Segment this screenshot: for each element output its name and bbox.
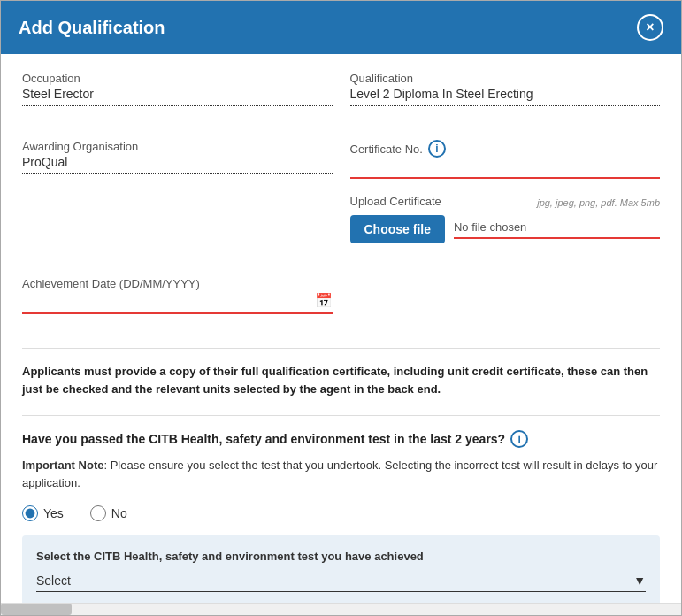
occupation-label: Occupation: [22, 72, 333, 85]
important-note: Important Note: Please ensure you select…: [22, 457, 660, 491]
select-section: Select the CITB Health, safety and envir…: [22, 535, 660, 603]
upload-hint: jpg, jpeg, png, pdf. Max 5mb: [537, 197, 660, 208]
horizontal-scrollbar[interactable]: [1, 603, 681, 615]
yes-label: Yes: [43, 506, 64, 520]
upload-certificate-group: Upload Certificate jpg, jpeg, png, pdf. …: [350, 195, 661, 243]
citb-test-select[interactable]: Select: [36, 574, 633, 588]
occupation-field: Occupation Steel Erector: [22, 72, 333, 122]
awarding-org-field: Awarding Organisation ProQual: [22, 140, 333, 259]
occupation-value: Steel Erector: [22, 87, 333, 106]
yes-no-radio-group: Yes No: [22, 505, 660, 521]
no-radio[interactable]: [90, 505, 106, 521]
horizontal-scrollbar-thumb[interactable]: [1, 604, 72, 615]
chevron-down-icon: ▼: [633, 574, 646, 588]
qualification-group: Qualification Level 2 Diploma In Steel E…: [350, 72, 661, 106]
achievement-date-group: Achievement Date (DD/MM/YYYY) 📅: [22, 277, 333, 314]
section-divider-2: [22, 415, 660, 416]
info-text: Applicants must provide a copy of their …: [22, 363, 660, 397]
empty-col: [350, 277, 661, 330]
citb-question-text: Have you passed the CITB Health, safety …: [22, 432, 505, 446]
citb-question-row: Have you passed the CITB Health, safety …: [22, 430, 660, 448]
no-option[interactable]: No: [90, 505, 127, 521]
choose-file-button[interactable]: Choose file: [350, 215, 445, 243]
upload-label: Upload Certificate: [350, 195, 441, 208]
no-file-text: No file chosen: [454, 220, 660, 239]
form-row-1: Occupation Steel Erector Qualification L…: [22, 72, 660, 122]
date-input-wrapper: 📅: [22, 292, 333, 314]
modal-body: Occupation Steel Erector Qualification L…: [1, 54, 681, 603]
awarding-org-value: ProQual: [22, 155, 333, 174]
qualification-value: Level 2 Diploma In Steel Erecting: [350, 87, 661, 106]
upload-label-row: Upload Certificate jpg, jpeg, png, pdf. …: [350, 195, 661, 210]
certificate-no-group: Certificate No. i: [350, 140, 661, 179]
awarding-org-label: Awarding Organisation: [22, 140, 333, 153]
select-section-label: Select the CITB Health, safety and envir…: [36, 550, 646, 563]
certificate-info-icon[interactable]: i: [428, 140, 446, 158]
form-row-2: Awarding Organisation ProQual Certificat…: [22, 140, 660, 259]
yes-option[interactable]: Yes: [22, 505, 64, 521]
upload-controls: Choose file No file chosen: [350, 215, 661, 243]
calendar-icon[interactable]: 📅: [315, 292, 333, 309]
important-note-text: : Please ensure you select the test that…: [22, 458, 657, 489]
certificate-no-field: Certificate No. i Upload Certificate jpg…: [350, 140, 661, 259]
achievement-date-label: Achievement Date (DD/MM/YYYY): [22, 277, 333, 290]
select-wrapper: Select ▼: [36, 574, 646, 592]
certificate-no-label: Certificate No. i: [350, 140, 661, 158]
awarding-org-group: Awarding Organisation ProQual: [22, 140, 333, 174]
certificate-no-input[interactable]: [350, 159, 661, 179]
occupation-group: Occupation Steel Erector: [22, 72, 333, 106]
achievement-date-input[interactable]: [22, 294, 315, 308]
modal-container: Add Qualification × Occupation Steel Ere…: [0, 0, 682, 616]
section-divider: [22, 348, 660, 349]
citb-info-icon[interactable]: i: [510, 430, 528, 448]
close-button[interactable]: ×: [637, 14, 663, 41]
modal-header: Add Qualification ×: [1, 1, 681, 54]
modal-title: Add Qualification: [19, 18, 165, 38]
qualification-label: Qualification: [350, 72, 661, 85]
form-row-3: Achievement Date (DD/MM/YYYY) 📅: [22, 277, 660, 330]
qualification-field: Qualification Level 2 Diploma In Steel E…: [350, 72, 661, 122]
important-note-label: Important Note: [22, 458, 103, 472]
no-label: No: [111, 506, 127, 520]
yes-radio[interactable]: [22, 505, 38, 521]
achievement-date-field: Achievement Date (DD/MM/YYYY) 📅: [22, 277, 333, 330]
